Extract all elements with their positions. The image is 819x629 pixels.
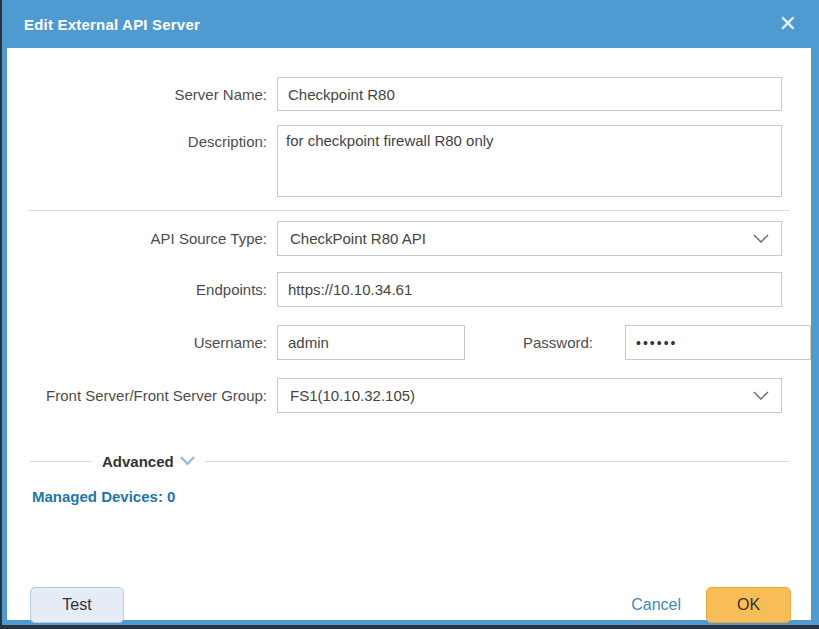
dialog-footer: Test Cancel OK bbox=[30, 587, 791, 623]
front-server-select[interactable]: FS1(10.10.32.105) bbox=[277, 378, 782, 413]
divider-line bbox=[205, 461, 790, 462]
api-source-type-select[interactable]: CheckPoint R80 API bbox=[277, 221, 782, 256]
front-server-value: FS1(10.10.32.105) bbox=[290, 387, 415, 404]
edit-external-api-server-dialog: Edit External API Server ✕ Server Name: … bbox=[2, 0, 819, 625]
server-name-row: Server Name: bbox=[7, 77, 811, 111]
server-name-label: Server Name: bbox=[7, 86, 277, 103]
divider-line bbox=[30, 461, 92, 462]
password-input[interactable]: •••••• bbox=[625, 325, 811, 360]
chevron-down-icon bbox=[753, 387, 769, 404]
managed-devices-count: Managed Devices: 0 bbox=[32, 488, 811, 505]
dialog-title: Edit External API Server bbox=[24, 16, 200, 33]
chevron-down-icon bbox=[753, 230, 769, 247]
cancel-button[interactable]: Cancel bbox=[631, 596, 681, 614]
ok-button[interactable]: OK bbox=[706, 587, 791, 623]
password-label: Password: bbox=[485, 334, 603, 351]
api-source-type-row: API Source Type: CheckPoint R80 API bbox=[7, 221, 811, 256]
api-source-type-value: CheckPoint R80 API bbox=[290, 230, 426, 247]
front-server-row: Front Server/Front Server Group: FS1(10.… bbox=[7, 378, 811, 413]
advanced-section-toggle-row: Advanced bbox=[7, 450, 811, 472]
description-row: Description: for checkpoint firewall R80… bbox=[7, 125, 811, 197]
footer-actions: Cancel OK bbox=[631, 587, 791, 623]
credentials-row: Username: Password: •••••• bbox=[7, 325, 811, 360]
front-server-label: Front Server/Front Server Group: bbox=[7, 387, 277, 404]
close-icon[interactable]: ✕ bbox=[779, 13, 797, 35]
username-input[interactable] bbox=[277, 325, 465, 360]
username-label: Username: bbox=[7, 334, 277, 351]
chevron-down-icon[interactable] bbox=[180, 456, 195, 466]
description-label: Description: bbox=[7, 133, 277, 150]
test-button[interactable]: Test bbox=[30, 587, 124, 623]
description-textarea[interactable]: for checkpoint firewall R80 only bbox=[277, 125, 782, 197]
endpoints-input[interactable] bbox=[277, 272, 782, 307]
endpoints-label: Endpoints: bbox=[7, 281, 277, 298]
endpoints-row: Endpoints: bbox=[7, 272, 811, 307]
advanced-toggle[interactable]: Advanced bbox=[102, 453, 174, 470]
api-source-type-label: API Source Type: bbox=[7, 230, 277, 247]
server-name-input[interactable] bbox=[277, 77, 782, 111]
section-divider bbox=[28, 210, 790, 211]
dialog-body: Server Name: Description: for checkpoint… bbox=[7, 77, 811, 629]
dialog-header: Edit External API Server ✕ bbox=[7, 0, 811, 48]
